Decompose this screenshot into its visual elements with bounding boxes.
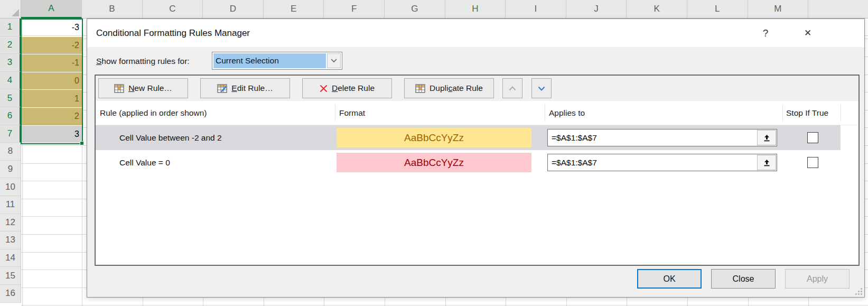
- rule-row-1[interactable]: Cell Value between -2 and 2AaBbCcYyZz=$A…: [96, 125, 841, 150]
- stop-if-true-checkbox[interactable]: [807, 157, 818, 168]
- applies-to-range: =$A$1:$A$7: [548, 158, 757, 168]
- collapse-dialog-button[interactable]: [757, 155, 776, 170]
- row-header-5[interactable]: 5: [0, 89, 21, 107]
- chevron-up-icon: [509, 86, 516, 91]
- rule-row-2[interactable]: Cell Value = 0AaBbCcYyZz=$A$1:$A$7: [96, 150, 841, 175]
- resize-grip[interactable]: [855, 288, 862, 295]
- row-header-7[interactable]: 7: [0, 125, 21, 143]
- applies-to-input[interactable]: =$A$1:$A$7: [547, 154, 777, 171]
- rules-toolbar: New Rule… Edit Rule… Delete Rule Duplica…: [96, 76, 858, 101]
- row-header-6[interactable]: 6: [0, 107, 21, 125]
- row-header-3[interactable]: 3: [0, 54, 21, 72]
- row-header-8[interactable]: 8: [0, 143, 21, 161]
- dialog-titlebar[interactable]: Conditional Formatting Rules Manager ? ✕: [87, 19, 864, 47]
- row-header-11[interactable]: 11: [0, 196, 21, 214]
- chevron-down-icon: [538, 86, 545, 91]
- rules-list-header: Rule (applied in order shown) Format App…: [96, 101, 858, 125]
- column-header-A[interactable]: A: [21, 0, 82, 18]
- column-header-E[interactable]: E: [264, 0, 324, 18]
- rule-description: Cell Value = 0: [119, 150, 170, 175]
- column-separator: [335, 104, 335, 122]
- show-rules-label: Show formatting rules for:: [96, 52, 190, 70]
- row-header-10[interactable]: 10: [0, 178, 21, 196]
- fill-handle[interactable]: [80, 141, 84, 145]
- column-header-M[interactable]: M: [748, 0, 809, 18]
- column-header-B[interactable]: B: [82, 0, 143, 18]
- row-header-16[interactable]: 16: [0, 285, 21, 303]
- rule-description: Cell Value between -2 and 2: [119, 125, 222, 150]
- stop-if-true-column-header: Stop If True: [786, 101, 828, 125]
- edit-rule-label: Edit Rule…: [231, 84, 273, 93]
- duplicate-rule-label: Duplicate Rule: [430, 84, 483, 93]
- new-rule-grid-icon: [114, 84, 124, 93]
- column-header-spacer: [808, 0, 868, 18]
- delete-x-icon: [320, 85, 328, 92]
- collapse-arrow-icon: [763, 159, 770, 166]
- duplicate-rule-grid-icon: [415, 84, 425, 93]
- column-header-J[interactable]: J: [566, 0, 627, 18]
- show-rules-selected-value: Current Selection: [213, 53, 326, 68]
- new-rule-button[interactable]: New Rule…: [98, 78, 188, 98]
- help-button[interactable]: ?: [755, 19, 776, 47]
- ok-button[interactable]: OK: [637, 269, 702, 289]
- chevron-down-icon[interactable]: [327, 53, 341, 68]
- applies-to-range: =$A$1:$A$7: [548, 133, 757, 143]
- collapse-dialog-button[interactable]: [757, 130, 776, 145]
- show-rules-dropdown[interactable]: Current Selection: [212, 52, 342, 70]
- edit-rule-pencil-icon: [217, 84, 227, 93]
- applies-to-input[interactable]: =$A$1:$A$7: [547, 129, 777, 146]
- stop-if-true-checkbox[interactable]: [807, 132, 818, 143]
- column-header-L[interactable]: L: [687, 0, 748, 18]
- row-header-1[interactable]: 1: [0, 18, 21, 36]
- column-header-C[interactable]: C: [143, 0, 203, 18]
- apply-button[interactable]: Apply: [785, 269, 850, 289]
- format-preview-swatch: AaBbCcYyZz: [337, 153, 531, 172]
- row-header-14[interactable]: 14: [0, 249, 21, 267]
- column-header-H[interactable]: H: [445, 0, 506, 18]
- row-header-2[interactable]: 2: [0, 36, 21, 54]
- column-separator: [841, 104, 841, 122]
- move-rule-up-button[interactable]: [502, 78, 522, 98]
- rule-column-header: Rule (applied in order shown): [100, 101, 207, 125]
- move-rule-down-button[interactable]: [531, 78, 552, 98]
- column-header-K[interactable]: K: [627, 0, 687, 18]
- column-separator: [545, 104, 545, 122]
- collapse-arrow-icon: [763, 134, 770, 142]
- format-preview-swatch: AaBbCcYyZz: [337, 128, 531, 147]
- select-all-corner[interactable]: [0, 0, 21, 18]
- rules-container: New Rule… Edit Rule… Delete Rule Duplica…: [95, 75, 860, 266]
- new-rule-label: New Rule…: [128, 84, 172, 93]
- column-header-G[interactable]: G: [385, 0, 445, 18]
- conditional-formatting-rules-manager-dialog: Conditional Formatting Rules Manager ? ✕…: [87, 18, 865, 298]
- delete-rule-button[interactable]: Delete Rule: [302, 78, 392, 98]
- close-icon[interactable]: ✕: [797, 19, 818, 47]
- column-separator: [782, 104, 783, 122]
- delete-rule-label: Delete Rule: [332, 84, 375, 93]
- duplicate-rule-button[interactable]: Duplicate Rule: [404, 78, 494, 98]
- edit-rule-button[interactable]: Edit Rule…: [200, 78, 290, 98]
- row-header-13[interactable]: 13: [0, 231, 21, 249]
- row-header-9[interactable]: 9: [0, 161, 21, 179]
- column-header-I[interactable]: I: [506, 0, 566, 18]
- format-column-header: Format: [339, 101, 365, 125]
- rules-list: Rule (applied in order shown) Format App…: [96, 101, 858, 265]
- row-header-4[interactable]: 4: [0, 72, 21, 90]
- selection-range-outline: [21, 18, 83, 144]
- select-all-triangle-icon: [12, 9, 19, 16]
- column-header-F[interactable]: F: [324, 0, 385, 18]
- applies-to-column-header: Applies to: [549, 101, 585, 125]
- column-header-D[interactable]: D: [203, 0, 264, 18]
- close-button[interactable]: Close: [711, 269, 776, 289]
- dialog-title: Conditional Formatting Rules Manager: [96, 19, 250, 47]
- row-header-15[interactable]: 15: [0, 267, 21, 285]
- excel-screen: ABCDEFGHIJKLM 12345678910111213141516 -3…: [0, 0, 868, 306]
- row-header-12[interactable]: 12: [0, 214, 21, 232]
